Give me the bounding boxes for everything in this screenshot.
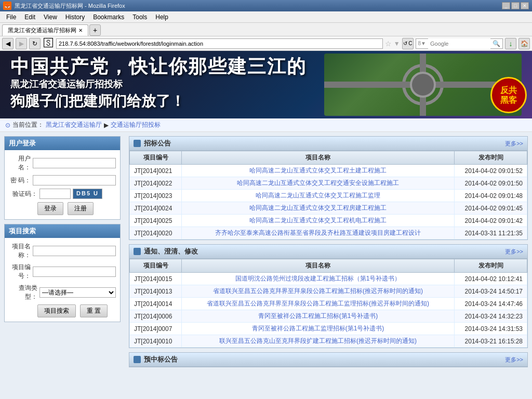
bid-row-name: 哈同高速二龙山互通式立体交叉工程施工监理 — [182, 190, 455, 202]
panel-icon-clarification — [134, 248, 141, 255]
password-input[interactable] — [33, 175, 116, 185]
forward-button[interactable]: ▶ — [16, 38, 27, 49]
download-icon[interactable]: ↓ — [505, 38, 516, 49]
password-row: 密 码： — [9, 175, 116, 185]
clar-row-date: 2014-03-24 14:47:46 — [455, 298, 527, 310]
bid-row-name: 哈同高速二龙山互通式立体交叉工程土建工程施工 — [182, 165, 455, 177]
tab-label: 黑龙江省交通运输厅招标网 — [8, 26, 76, 34]
clarification-title: 通知、澄清、修改 — [134, 247, 198, 256]
breadcrumb-prefix: 当前位置： — [12, 121, 44, 129]
login-section-title: 用户登录 — [5, 137, 120, 150]
home-button[interactable]: 🏠 — [518, 38, 530, 49]
search-section: 项目搜索 项目名称： 项目编号： 查询类型： —请选择— 项目搜索 — [4, 224, 121, 322]
bid-row-date: 2014-03-31 11:21:35 — [455, 227, 527, 240]
navigation-bar: ◀ ▶ ↻ 🅂 ☆ ▼ ↺ C 8▼ 🔍 ↓ 🏠 — [0, 36, 532, 51]
table-row: JT[2014]0021 哈同高速二龙山互通式立体交叉工程土建工程施工 2014… — [130, 165, 527, 177]
browser-logo-icon: 🅂 — [43, 38, 54, 49]
banner-sub-col: 黑龙江省交通运输厅招投标 狗腿子们把建师们给放了！ — [10, 78, 185, 111]
clar-row-name: 国道明沈公路筦州过境段改建工程施工招标（第1号补遗书） — [182, 273, 455, 285]
close-button[interactable]: ✕ — [521, 2, 529, 9]
bid-announcements-more[interactable]: 更多>> — [505, 140, 523, 148]
table-row: JT[2014]0007 青冈至被祥公路工程施工监理招标(第1号补遗书) 201… — [130, 323, 527, 335]
breadcrumb-bar: ⊙ 当前位置： 黑龙江省交通运输厅 ▶ 交通运输厅招投标 — [0, 118, 532, 132]
project-id-input[interactable] — [33, 267, 116, 277]
clar-col-date: 发布时间 — [455, 259, 527, 273]
search-button-icon[interactable]: 🔍 — [490, 40, 502, 47]
clarification-table: 项目编号 项目名称 发布时间 JT[2014]0015 国道明沈公路筦州过境段改… — [129, 259, 527, 348]
table-row: JT[2014]0014 省道联兴至昌五公路克拜界至拜泉段公路工程施工监理招标(… — [130, 298, 527, 310]
project-name-input[interactable] — [33, 246, 116, 256]
back-button[interactable]: ◀ — [2, 38, 14, 49]
search-input[interactable] — [428, 38, 490, 49]
bid-row-id: JT[2014]0021 — [130, 165, 182, 177]
bid-row-date: 2014-04-02 09:01:48 — [455, 190, 527, 202]
login-button[interactable]: 登录 — [37, 202, 63, 215]
menu-help[interactable]: Help — [151, 12, 172, 22]
menu-history[interactable]: History — [61, 12, 89, 22]
clar-row-date: 2014-03-24 14:50:17 — [455, 285, 527, 298]
query-type-label: 查询类型： — [9, 284, 37, 301]
table-row: JT[2014]0013 省道联兴至昌五公路克拜界至拜泉段公路工程施工招标(推迟… — [130, 285, 527, 298]
winning-title: 预中标公告 — [134, 355, 178, 364]
bid-announcements-panel: 招标公告 更多>> 项目编号 项目名称 发布时间 JT[2014]0021 哈同… — [129, 136, 528, 240]
window-title: 黑龙江省交通运输厅招标网 - Mozilla Firefox — [15, 2, 499, 10]
tab-main[interactable]: 黑龙江省交通运输厅招标网 ✕ — [2, 24, 88, 36]
maximize-button[interactable]: □ — [511, 2, 520, 9]
url-input[interactable] — [56, 38, 383, 49]
window-controls[interactable]: _ □ ✕ — [502, 2, 529, 9]
query-type-row: 查询类型： —请选择— — [9, 284, 116, 301]
col-project-name: 项目名称 — [182, 151, 455, 165]
table-row: JT[2014]0024 哈同高速二龙山互通式立体交叉工程房建工程施工 2014… — [130, 202, 527, 215]
username-input[interactable] — [33, 158, 116, 168]
search-button[interactable]: 项目搜索 — [37, 304, 76, 317]
query-type-select[interactable]: —请选择— — [39, 287, 116, 298]
banner-sub-text2: 狗腿子们把建师们给放了！ — [10, 91, 185, 111]
project-id-row: 项目编号： — [9, 263, 116, 281]
title-bar: 🦊 黑龙江省交通运输厅招标网 - Mozilla Firefox _ □ ✕ — [0, 0, 532, 11]
bid-row-id: JT[2014]0022 — [130, 177, 182, 190]
col-project-id: 项目编号 — [130, 151, 182, 165]
breadcrumb-link-1[interactable]: 黑龙江省交通运输厅 — [46, 121, 102, 129]
table-row: JT[2014]0010 联兴至昌五公路克山至克拜界段扩建工程施工招标(推迟开标… — [130, 335, 527, 348]
menu-bookmarks[interactable]: Bookmarks — [89, 12, 128, 22]
refresh-go-button[interactable]: ↺ C — [402, 38, 414, 49]
search-section-title: 项目搜索 — [5, 224, 120, 238]
table-row: JT[2014]0020 齐齐哈尔至泰来高速公路衔基至省界段及齐杜路互通建设项目… — [130, 227, 527, 240]
refresh-button[interactable]: ↻ — [29, 38, 41, 49]
bid-announcements-header: 招标公告 更多>> — [129, 137, 527, 151]
minimize-button[interactable]: _ — [502, 2, 510, 9]
winning-more[interactable]: 更多>> — [505, 356, 523, 364]
clar-row-id: JT[2014]0013 — [130, 285, 182, 298]
captcha-input[interactable] — [39, 189, 71, 199]
username-row: 用户名： — [9, 154, 116, 172]
clarification-more[interactable]: 更多>> — [505, 248, 523, 256]
winning-header: 预中标公告 更多>> — [129, 353, 527, 367]
login-form: 用户名： 密 码： 验证码： DB5 U 登录 注册 — [5, 150, 120, 219]
search-form: 项目名称： 项目编号： 查询类型： —请选择— 项目搜索 重 置 — [5, 238, 120, 322]
clar-row-id: JT[2014]0010 — [130, 335, 182, 348]
clar-row-id: JT[2014]0006 — [130, 310, 182, 323]
tab-bar: 黑龙江省交通运输厅招标网 ✕ + — [0, 23, 532, 36]
menu-file[interactable]: File — [2, 12, 20, 22]
register-button[interactable]: 注册 — [68, 202, 94, 215]
menu-bar: File Edit View History Bookmarks Tools H… — [0, 11, 532, 23]
table-row: JT[2014]0025 哈同高速二龙山互通式立体交叉工程机电工程施工 2014… — [130, 215, 527, 227]
bid-announcements-table: 项目编号 项目名称 发布时间 JT[2014]0021 哈同高速二龙山互通式立体… — [129, 151, 527, 240]
tab-close-button[interactable]: ✕ — [78, 28, 83, 33]
menu-tools[interactable]: Tools — [128, 12, 151, 22]
menu-edit[interactable]: Edit — [20, 12, 39, 22]
bid-row-name: 哈同高速二龙山互通式立体交叉工程机电工程施工 — [182, 215, 455, 227]
bid-row-date: 2014-04-02 09:01:52 — [455, 165, 527, 177]
browser-icon: 🦊 — [3, 2, 11, 10]
anti-hack-badge: 反共 黑客 — [490, 77, 527, 113]
bid-row-name: 哈同高速二龙山互通式立体交叉工程交通安全设施工程施工 — [182, 177, 455, 190]
anti-badge-line1: 反共 — [500, 85, 517, 95]
breadcrumb-link-2[interactable]: 交通运输厅招投标 — [111, 121, 161, 129]
bookmark-star-icon[interactable]: ☆ — [385, 39, 392, 48]
banner-sub-text: 黑龙江省交通运输厅招投标 — [10, 78, 185, 90]
new-tab-button[interactable]: + — [89, 24, 101, 36]
table-row: JT[2014]0023 哈同高速二龙山互通式立体交叉工程施工监理 2014-0… — [130, 190, 527, 202]
anti-badge-line2: 黑客 — [500, 95, 517, 105]
reset-button[interactable]: 重 置 — [80, 304, 108, 317]
menu-view[interactable]: View — [39, 12, 61, 22]
